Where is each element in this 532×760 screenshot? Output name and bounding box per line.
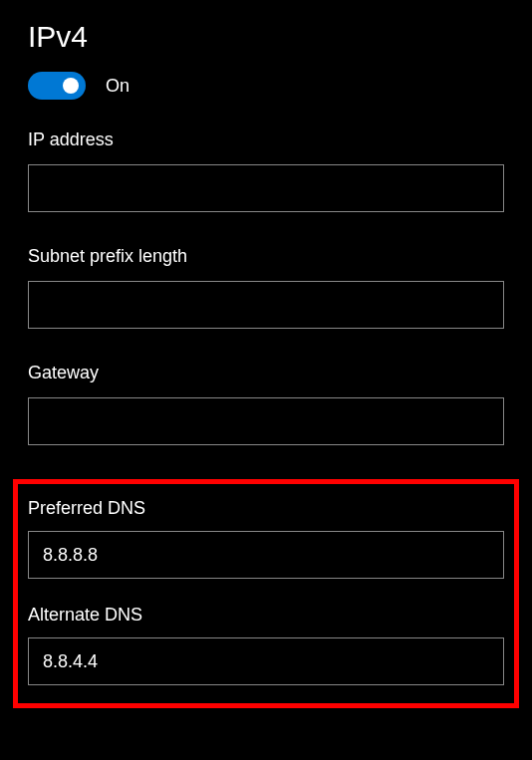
preferred-dns-label: Preferred DNS xyxy=(28,498,504,519)
ipv4-heading: IPv4 xyxy=(28,20,504,54)
ip-address-input[interactable] xyxy=(28,164,504,212)
ipv4-toggle-label: On xyxy=(106,76,130,97)
dns-highlight-box: Preferred DNS Alternate DNS xyxy=(13,479,519,708)
ipv4-toggle-row: On xyxy=(28,72,504,100)
preferred-dns-input[interactable] xyxy=(28,531,504,579)
gateway-label: Gateway xyxy=(28,363,504,383)
subnet-prefix-input[interactable] xyxy=(28,281,504,329)
subnet-prefix-label: Subnet prefix length xyxy=(28,246,504,267)
ipv4-toggle[interactable] xyxy=(28,72,86,100)
toggle-knob-icon xyxy=(63,78,79,94)
ip-address-label: IP address xyxy=(28,129,504,150)
subnet-prefix-group: Subnet prefix length xyxy=(28,246,504,329)
alternate-dns-group: Alternate DNS xyxy=(28,605,504,685)
alternate-dns-label: Alternate DNS xyxy=(28,605,504,626)
gateway-input[interactable] xyxy=(28,397,504,445)
alternate-dns-input[interactable] xyxy=(28,637,504,685)
gateway-group: Gateway xyxy=(28,363,504,445)
ip-address-group: IP address xyxy=(28,129,504,212)
preferred-dns-group: Preferred DNS xyxy=(28,498,504,579)
